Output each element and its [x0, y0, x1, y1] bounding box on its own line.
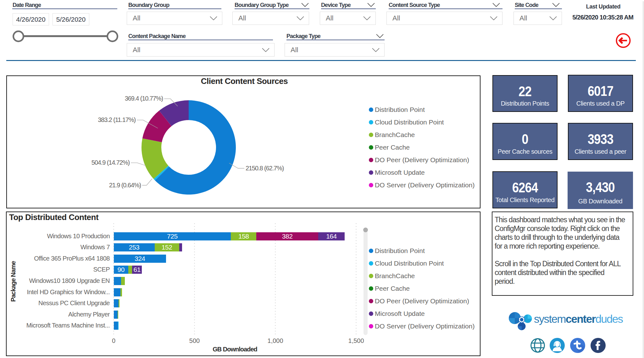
bar-category-label: Nessus PC Client Upgrade: [38, 300, 110, 307]
boundary-group-type-dropdown[interactable]: All: [232, 12, 309, 25]
legend-item[interactable]: BranchCache: [369, 129, 475, 141]
bar-segment[interactable]: [179, 243, 182, 251]
legend-item[interactable]: Distribution Point: [369, 103, 475, 116]
slicer-underline: [321, 8, 376, 9]
bar-segment[interactable]: 61: [132, 266, 142, 274]
bar-segment[interactable]: [114, 299, 119, 307]
kpi-label: Clients used a DP: [569, 100, 632, 107]
kpi-clients-used-dp[interactable]: 6017 Clients used a DP: [568, 75, 633, 112]
contact-icon[interactable]: [550, 338, 565, 354]
bar-segment[interactable]: 152: [155, 243, 179, 251]
date-slider-handle-end[interactable]: [107, 30, 118, 42]
kpi-clients-used-peer[interactable]: 3933 Clients used a peer: [568, 123, 633, 160]
legend-item[interactable]: Cloud Distribution Point: [369, 257, 475, 270]
last-updated-label: Last Updated: [586, 3, 620, 10]
boundary-group-dropdown[interactable]: All: [127, 12, 222, 25]
legend-item[interactable]: Distribution Point: [369, 245, 475, 257]
date-start-input[interactable]: 4/26/2020: [13, 13, 49, 25]
boundary-group-label: Boundary Group: [128, 2, 169, 8]
legend-dot: [369, 274, 373, 278]
bar-segment[interactable]: [114, 311, 118, 319]
date-end-input[interactable]: 5/26/2020: [53, 13, 89, 25]
kpi-peer-cache-sources[interactable]: 0 Peer Cache sources: [492, 123, 558, 160]
bar-segment[interactable]: [118, 322, 119, 330]
kpi-label: Total Clients Reported: [493, 196, 557, 204]
bar-segment[interactable]: [120, 288, 122, 296]
legend-dot: [369, 158, 373, 162]
bar-segment[interactable]: 90: [114, 266, 128, 274]
legend-label: Cloud Distribution Point: [375, 118, 444, 126]
chevron-down-icon: [297, 16, 304, 20]
kpi-total-clients-reported[interactable]: 6264 Total Clients Reported: [492, 171, 558, 208]
legend-item[interactable]: DO Peer (Delivery Optimization): [369, 154, 475, 166]
legend-item[interactable]: Peer Cache: [369, 141, 475, 154]
chevron-down-icon[interactable]: [376, 34, 384, 38]
chevron-down-icon: [262, 48, 269, 52]
client-content-sources-panel: Client Content Sources 2150.8 (62.7%)21.…: [6, 75, 480, 208]
boundary-group-type-label: Boundary Group Type: [235, 2, 289, 8]
legend-dot: [369, 145, 373, 150]
bar-segment[interactable]: [114, 322, 118, 330]
bar-segment[interactable]: [114, 288, 120, 296]
website-globe-icon[interactable]: [530, 338, 545, 354]
legend-dot: [369, 120, 373, 124]
content-source-type-label: Content Source Type: [389, 2, 440, 8]
legend-item[interactable]: DO Server (Delivery Optimization): [369, 179, 475, 191]
legend-item[interactable]: DO Peer (Delivery Optimization): [369, 295, 475, 307]
chevron-down-icon[interactable]: [552, 3, 560, 7]
bar-segment-value: 90: [117, 266, 124, 273]
bar-segment[interactable]: [118, 311, 119, 319]
kpi-distribution-points[interactable]: 22 Distribution Points: [492, 75, 558, 112]
donut-callout-label: 21.9 (0.64%): [109, 182, 141, 189]
chevron-down-icon[interactable]: [492, 3, 500, 7]
bar-legend: Distribution PointCloud Distribution Poi…: [369, 245, 475, 333]
bar-segment[interactable]: 382: [256, 232, 318, 240]
kpi-value: 6017: [573, 83, 628, 99]
panel-inner: Top Distributed Content Package Name 050…: [6, 212, 480, 356]
bar-segment[interactable]: 253: [114, 243, 155, 251]
donut-callout-label: 504.9 (14.72%): [92, 159, 130, 166]
bar-scrollbar-track[interactable]: [364, 228, 368, 335]
bar-segment[interactable]: [128, 266, 132, 274]
kpi-value: 3933: [573, 131, 628, 147]
separator-line: [6, 60, 636, 61]
slicer-underline: [235, 8, 309, 9]
site-code-dropdown[interactable]: All: [514, 12, 562, 25]
bar-segment[interactable]: [119, 299, 119, 307]
chevron-down-icon[interactable]: [367, 3, 375, 7]
chevron-down-icon[interactable]: [301, 3, 309, 7]
facebook-icon[interactable]: [591, 338, 606, 354]
package-type-dropdown[interactable]: All: [285, 43, 385, 57]
legend-item[interactable]: Peer Cache: [369, 282, 475, 295]
content-package-name-dropdown[interactable]: All: [127, 43, 275, 57]
x-tick-label: 0: [112, 337, 115, 344]
device-type-dropdown[interactable]: All: [320, 12, 376, 25]
legend-dot: [369, 324, 373, 328]
bar-segment[interactable]: [121, 277, 125, 285]
site-code-value: All: [519, 14, 527, 22]
legend-item[interactable]: DO Server (Delivery Optimization): [369, 320, 475, 333]
back-arrow-button[interactable]: [616, 33, 631, 48]
bar-segment[interactable]: 725: [114, 232, 231, 240]
bar-scrollbar-thumb[interactable]: [363, 228, 368, 232]
bar-segment[interactable]: [114, 277, 121, 285]
legend-item[interactable]: Microsoft Update: [369, 166, 475, 179]
chevron-down-icon: [549, 16, 557, 20]
bar-segment[interactable]: 158: [231, 232, 256, 240]
legend-item[interactable]: Cloud Distribution Point: [369, 116, 475, 129]
twitter-icon[interactable]: [570, 338, 585, 354]
date-slider-handle-start[interactable]: [13, 30, 24, 42]
page-scrollbar[interactable]: [643, 1, 644, 358]
bar-segment[interactable]: 324: [114, 255, 166, 263]
legend-item[interactable]: Microsoft Update: [369, 307, 475, 320]
kpi-label: Peer Cache sources: [493, 148, 557, 155]
gridline: [356, 223, 357, 336]
content-source-type-dropdown[interactable]: All: [386, 12, 502, 25]
legend-dot: [369, 107, 373, 112]
date-slider-track[interactable]: [22, 35, 108, 37]
kpi-gb-downloaded[interactable]: 3,430 GB Downloaded: [568, 172, 633, 209]
bar-segment[interactable]: 164: [318, 232, 345, 240]
legend-item[interactable]: BranchCache: [369, 270, 475, 282]
kpi-value: 3,430: [572, 179, 629, 195]
chevron-down-icon: [210, 16, 217, 20]
